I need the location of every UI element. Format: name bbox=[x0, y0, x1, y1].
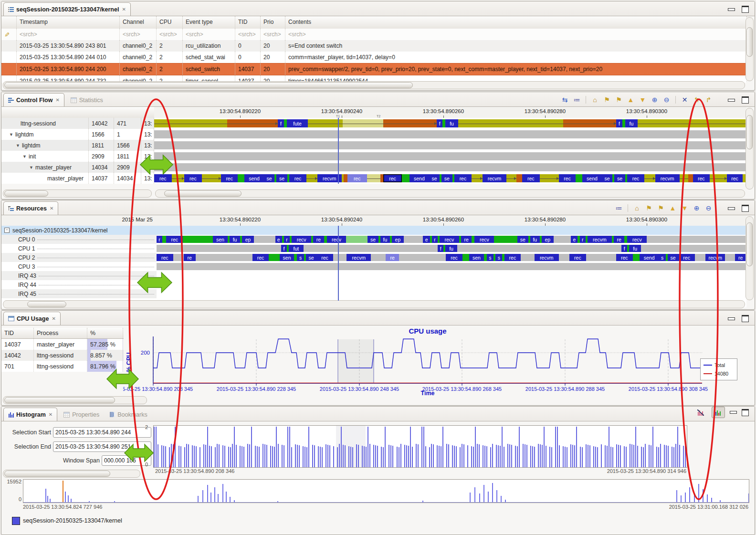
state-segment[interactable]: s bbox=[659, 254, 666, 261]
minimize-button[interactable] bbox=[730, 411, 737, 414]
state-segment[interactable]: se bbox=[602, 174, 612, 182]
state-segment[interactable] bbox=[725, 254, 735, 261]
resource-row[interactable]: IRQ 44 bbox=[1, 280, 157, 289]
state-segment[interactable]: fut bbox=[289, 245, 304, 252]
state-segment[interactable] bbox=[183, 236, 213, 243]
tab-cpu-usage[interactable]: CPU Usage ✕ bbox=[3, 312, 61, 325]
res-vscrollbar[interactable] bbox=[746, 216, 754, 300]
resource-row[interactable]: CPU 1 bbox=[1, 244, 157, 253]
state-segment[interactable]: recv bbox=[327, 236, 346, 243]
resource-row[interactable]: CPU 3 bbox=[1, 262, 157, 271]
state-segment[interactable]: rec bbox=[446, 254, 462, 261]
maximize-button[interactable] bbox=[742, 409, 749, 416]
state-segment[interactable]: rec bbox=[559, 174, 576, 182]
state-segment[interactable]: sen bbox=[213, 236, 228, 243]
state-segment[interactable] bbox=[306, 174, 317, 182]
selection-end-input[interactable]: 2015-03-25 13:30:54.890 251 bbox=[53, 441, 151, 452]
state-segment[interactable]: e bbox=[275, 236, 282, 243]
table-row[interactable]: 2015-03-25 13:30:54.890 244 200channel0_… bbox=[1, 63, 747, 75]
timeline-row[interactable] bbox=[154, 140, 746, 151]
state-segment[interactable] bbox=[680, 174, 688, 182]
cf-time-ruler[interactable]: 13:30:54.89022013:30:54.89024013:30:54.8… bbox=[154, 107, 746, 118]
timeline-row[interactable] bbox=[154, 129, 746, 140]
state-segment[interactable]: rec bbox=[678, 254, 695, 261]
state-segment[interactable] bbox=[641, 245, 746, 252]
follow-time-back-icon[interactable]: ↰ bbox=[691, 94, 702, 105]
cpu-usage-row[interactable]: 14037master_player57.285 % bbox=[1, 339, 124, 350]
state-segment[interactable]: se bbox=[306, 254, 316, 261]
state-segment[interactable]: se bbox=[517, 236, 528, 243]
timeline-row[interactable] bbox=[154, 151, 746, 162]
state-segment[interactable] bbox=[383, 119, 437, 127]
state-segment[interactable]: re bbox=[313, 236, 324, 243]
state-segment[interactable] bbox=[367, 174, 380, 182]
state-segment[interactable] bbox=[157, 290, 746, 297]
state-segment[interactable]: rec bbox=[569, 254, 586, 261]
state-segment[interactable]: recvm bbox=[346, 254, 371, 261]
res-hscrollbar[interactable] bbox=[3, 300, 745, 308]
tab-control-flow[interactable]: Control Flow ✕ bbox=[3, 93, 64, 106]
cpu-hscrollbar[interactable] bbox=[3, 396, 147, 404]
window-span-input[interactable]: 000.000 106 bbox=[102, 455, 151, 466]
state-segment[interactable]: rec bbox=[454, 174, 472, 182]
state-segment[interactable]: fu bbox=[230, 236, 240, 243]
maximize-button[interactable] bbox=[742, 315, 749, 322]
minimize-button[interactable] bbox=[728, 317, 735, 320]
state-segment[interactable] bbox=[586, 254, 616, 261]
state-segment[interactable]: e bbox=[571, 236, 578, 243]
tab-statistics[interactable]: Statistics bbox=[66, 94, 107, 106]
cf-vscrollbar[interactable] bbox=[746, 108, 754, 189]
state-segment[interactable] bbox=[554, 236, 571, 243]
zoom-in-icon[interactable]: ⊕ bbox=[691, 203, 702, 213]
timeline-row[interactable] bbox=[157, 280, 746, 289]
state-segment[interactable] bbox=[638, 119, 746, 127]
state-segment[interactable]: recvm bbox=[588, 236, 612, 243]
column-header[interactable]: Prio bbox=[261, 16, 285, 29]
zoom-in-icon[interactable]: ⊕ bbox=[649, 94, 660, 105]
expander-icon[interactable]: ▼ bbox=[9, 132, 13, 137]
minimize-button[interactable] bbox=[728, 8, 735, 11]
state-segment[interactable] bbox=[269, 254, 279, 261]
state-segment[interactable] bbox=[162, 236, 166, 243]
state-segment[interactable] bbox=[173, 254, 184, 261]
state-segment[interactable]: rec bbox=[289, 174, 307, 182]
state-segment[interactable] bbox=[154, 141, 746, 149]
state-segment[interactable] bbox=[333, 254, 347, 261]
state-segment[interactable] bbox=[521, 254, 535, 261]
state-segment[interactable]: rec bbox=[627, 174, 645, 182]
state-segment[interactable]: rec bbox=[347, 174, 367, 182]
column-header[interactable] bbox=[1, 16, 17, 29]
state-segment[interactable] bbox=[540, 174, 559, 182]
close-icon[interactable]: ✕ bbox=[49, 412, 52, 417]
state-segment[interactable]: fu bbox=[530, 236, 540, 243]
timeline-row[interactable]: ffuteffuffu bbox=[154, 118, 746, 129]
column-header[interactable]: Channel bbox=[120, 16, 157, 29]
close-icon[interactable]: ✕ bbox=[122, 7, 126, 12]
show-view-filters-icon[interactable]: ≔ bbox=[613, 203, 624, 213]
state-segment[interactable]: se bbox=[264, 174, 274, 182]
timeline-row[interactable] bbox=[157, 289, 746, 298]
collapse-icon[interactable]: − bbox=[4, 228, 10, 233]
filter-row[interactable]: ✎<srch><srch><srch><srch><srch><srch><sr… bbox=[1, 29, 747, 40]
state-segment[interactable] bbox=[227, 119, 278, 127]
state-segment[interactable]: se bbox=[614, 174, 625, 182]
zoom-out-icon[interactable]: ⊖ bbox=[661, 94, 672, 105]
cpu-usage-row[interactable]: 14042lttng-sessiond8.857 % bbox=[1, 350, 124, 361]
process-tree-row[interactable]: ▼master_player14034290913: bbox=[1, 162, 154, 173]
state-segment[interactable]: rec bbox=[727, 174, 743, 182]
state-segment[interactable]: sen bbox=[280, 254, 294, 261]
tab-events-table[interactable]: seqSession-20150325-133047/kernel ✕ bbox=[3, 2, 131, 16]
zoomed-histogram-plot[interactable] bbox=[153, 425, 687, 468]
state-segment[interactable]: rec bbox=[157, 254, 173, 261]
state-segment[interactable]: recv bbox=[627, 236, 647, 243]
state-segment[interactable]: fu bbox=[380, 236, 390, 243]
column-header[interactable]: TID bbox=[1, 328, 34, 338]
state-segment[interactable]: se bbox=[441, 174, 452, 182]
state-segment[interactable] bbox=[462, 254, 469, 261]
state-segment[interactable] bbox=[494, 236, 517, 243]
align-views-icon[interactable]: ⇆ bbox=[559, 94, 570, 105]
close-icon[interactable]: ✕ bbox=[50, 206, 53, 211]
state-segment[interactable] bbox=[196, 254, 252, 261]
tab-resources[interactable]: Resources ✕ bbox=[3, 201, 58, 215]
show-view-filters-icon[interactable]: ≔ bbox=[571, 94, 582, 105]
